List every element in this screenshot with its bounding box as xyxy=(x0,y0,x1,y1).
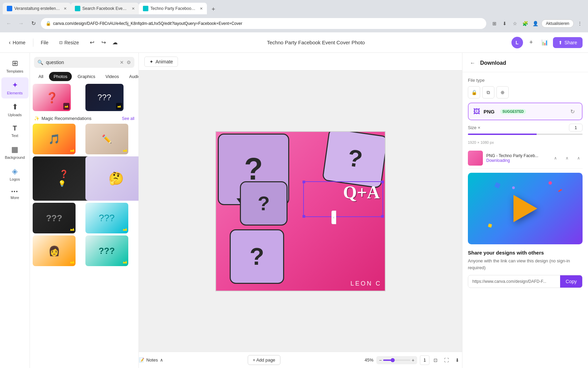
sidebar-item-text[interactable]: T Text xyxy=(1,121,29,141)
confetti-2 xyxy=(549,181,552,185)
search-clear-button[interactable]: ✕ xyxy=(120,60,124,65)
refresh-icon-btn[interactable]: ↻ xyxy=(568,107,577,116)
tab-search[interactable]: Search Facebook Event Cover... ✕ xyxy=(71,3,139,14)
download-info: PNG - Techno Party Faceb... Downloading xyxy=(486,153,548,163)
layers-icon-btn[interactable]: ⧉ xyxy=(482,86,494,98)
redo-button[interactable]: ↪ xyxy=(98,37,109,48)
home-button[interactable]: ‹ Home xyxy=(5,37,29,48)
filter-photos[interactable]: Photos xyxy=(49,72,71,81)
browser-chrome: Veranstaltung erstellen | Faceb... ✕ Sea… xyxy=(0,0,588,32)
elements-label: Elements xyxy=(7,91,23,95)
download-icon[interactable]: ⬇ xyxy=(501,19,509,28)
refresh-button[interactable]: ↻ xyxy=(29,19,38,28)
magic-rec-image-2[interactable]: ✏️ xyxy=(85,124,128,154)
sidebar-item-logos[interactable]: ◈ Logos xyxy=(1,164,29,185)
tab-techno-party[interactable]: Techno Party Facebook Event... ✕ xyxy=(139,3,207,14)
zoom-slider-container[interactable]: − + xyxy=(376,356,417,364)
filter-audio[interactable]: Audio xyxy=(125,72,138,81)
sidebar-item-background[interactable]: ▦ Background xyxy=(1,142,29,163)
user-avatar[interactable]: L xyxy=(511,37,523,48)
animate-label: Animate xyxy=(156,59,173,64)
zoom-thumb[interactable] xyxy=(391,358,395,362)
panel-back-button[interactable]: ← xyxy=(468,58,477,68)
copy-button[interactable]: Copy xyxy=(560,275,582,288)
tab-veranstaltung[interactable]: Veranstaltung erstellen | Faceb... ✕ xyxy=(3,3,71,14)
update-button[interactable]: Aktualisieren xyxy=(541,19,574,28)
filter-videos[interactable]: Videos xyxy=(101,72,124,81)
filter-tabs: All Photos Graphics Videos Audio xyxy=(30,72,138,84)
size-label-text: Size × xyxy=(468,125,480,130)
promo-preview-image xyxy=(468,173,583,244)
add-page-icon-btn[interactable]: ⊕ xyxy=(496,86,509,98)
notes-button[interactable]: 📝 Notes ∧ xyxy=(139,357,163,363)
resize-button[interactable]: ⊡ Resize xyxy=(56,38,82,47)
canvas-toolbar: ✦ Animate xyxy=(139,53,462,71)
magic-recs-label-text: Magic Recommendations xyxy=(42,116,92,121)
zoom-controls: 45% − + 1 ⊡ ⛶ ⬇ xyxy=(365,355,462,365)
share-description: Anyone with the link can view this desig… xyxy=(468,258,583,271)
result-image-8[interactable]: ??? xyxy=(85,235,128,266)
download-chevron-up-3[interactable]: ∧ xyxy=(574,154,583,162)
see-all-button[interactable]: See all xyxy=(122,116,134,121)
add-page-button[interactable]: + Add page xyxy=(248,355,280,365)
search-input[interactable] xyxy=(46,60,117,65)
result-image-5[interactable]: ??? xyxy=(33,203,76,233)
png-option-selected[interactable]: 🖼 PNG SUGGESTED ↻ xyxy=(468,103,583,120)
tab-close-1[interactable]: ✕ xyxy=(64,6,67,11)
profile-icon[interactable]: 👤 xyxy=(531,19,539,28)
share-button[interactable]: ⬆ Share xyxy=(553,37,583,48)
save-status-button[interactable]: ☁ xyxy=(110,37,120,48)
star-icon[interactable]: ☆ xyxy=(511,19,519,28)
search-filter-button[interactable]: ⚙ xyxy=(127,60,131,65)
file-type-icons-row: 🔒 ⧉ ⊕ xyxy=(468,86,583,98)
zoom-minus-icon[interactable]: − xyxy=(379,357,382,363)
animate-button[interactable]: ✦ Animate xyxy=(144,57,178,67)
download-chevron-up-1[interactable]: ∧ xyxy=(551,154,559,162)
size-value-input[interactable] xyxy=(569,124,583,132)
download-chevron-up-2[interactable]: ∧ xyxy=(563,154,571,162)
result-image-7[interactable]: 👩 xyxy=(33,235,76,266)
page-number-display[interactable]: 1 xyxy=(420,355,429,365)
uploads-icon: ⬆ xyxy=(12,103,18,111)
search-icon: 🔍 xyxy=(37,60,43,65)
magic-rec-image-1[interactable]: 🎵 xyxy=(33,124,76,154)
menu-icon[interactable]: ⋮ xyxy=(576,19,584,28)
lock-icon-btn[interactable]: 🔒 xyxy=(468,86,480,98)
screen-icon[interactable]: ⊞ xyxy=(490,19,499,28)
sidebar-item-elements[interactable]: ✦ Elements xyxy=(1,77,29,98)
undo-button[interactable]: ↩ xyxy=(86,37,97,48)
text-label: Text xyxy=(11,134,18,138)
filter-graphics[interactable]: Graphics xyxy=(73,72,100,81)
share-title: Share your designs with others xyxy=(468,250,583,256)
bubble-mid-left: ? xyxy=(240,181,288,226)
search-result-image-1[interactable]: ❓ xyxy=(33,84,71,111)
fullscreen-button[interactable]: ⛶ xyxy=(442,355,451,365)
zoom-slider[interactable] xyxy=(383,359,410,361)
notes-chevron-up-icon: ∧ xyxy=(160,357,163,363)
address-bar[interactable]: 🔒 canva.com/design/DAFD-F8CnAU/e4ec5j_K8… xyxy=(41,18,486,29)
result-image-4[interactable]: 🤔 xyxy=(85,156,139,201)
panel-collapse-handle[interactable]: ‹ xyxy=(331,211,336,224)
extensions-icon[interactable]: 🧩 xyxy=(521,19,529,28)
canvas-viewport[interactable]: ? ? ? xyxy=(139,71,462,352)
result-image-6[interactable]: ??? xyxy=(85,203,128,233)
chart-button[interactable]: 📊 xyxy=(539,37,550,48)
top-right-actions: L + 📊 ⬆ Share xyxy=(511,37,583,48)
forward-button[interactable]: → xyxy=(16,19,26,28)
sidebar-item-more[interactable]: ••• More xyxy=(1,185,29,203)
sidebar-item-uploads[interactable]: ⬆ Uploads xyxy=(1,99,29,120)
tab-close-2[interactable]: ✕ xyxy=(132,6,135,11)
fit-screen-button[interactable]: ⊡ xyxy=(431,355,440,365)
back-button[interactable]: ← xyxy=(4,19,14,28)
add-collaborator-button[interactable]: + xyxy=(526,37,537,48)
file-button[interactable]: File xyxy=(37,38,52,47)
new-tab-button[interactable]: + xyxy=(208,4,218,14)
share-icon: ⬆ xyxy=(558,40,562,45)
tab-close-3[interactable]: ✕ xyxy=(200,6,203,11)
zoom-plus-icon[interactable]: + xyxy=(412,357,414,363)
size-slider[interactable] xyxy=(468,134,583,135)
download-bar-button[interactable]: ⬇ xyxy=(453,355,462,365)
sidebar-item-templates[interactable]: ⊞ Templates xyxy=(1,56,29,77)
filter-all[interactable]: All xyxy=(34,72,48,81)
search-result-image-2[interactable]: ??? xyxy=(85,84,124,111)
